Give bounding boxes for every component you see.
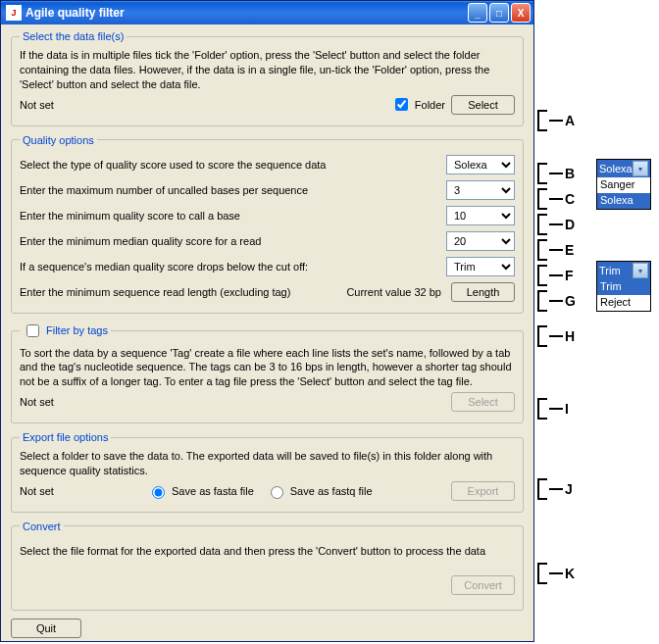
radio-fasta-label[interactable]: Save as fasta file	[147, 483, 254, 499]
filter-tags-status: Not set	[20, 396, 451, 408]
minimize-button[interactable]: _	[468, 3, 487, 23]
cutoff-select[interactable]: Trim	[446, 257, 515, 276]
filter-tags-checkbox[interactable]	[26, 324, 39, 337]
filter-tags-checkbox-label[interactable]: Filter by tags	[23, 322, 108, 340]
cutoff-label: If a sequence's median quality score dro…	[20, 261, 446, 272]
length-label: Enter the minimum sequence read length (…	[20, 286, 346, 298]
minq-select[interactable]: 10	[446, 206, 515, 225]
quality-type-select[interactable]: Solexa	[446, 155, 515, 174]
annotation-H: H	[537, 325, 575, 347]
annotation-A: A	[537, 110, 575, 131]
app-icon: J	[6, 5, 22, 21]
uncalled-select[interactable]: 3	[446, 180, 515, 200]
filter-tags-group: Filter by tags To sort the data by a seq…	[11, 322, 524, 424]
length-button[interactable]: Length	[451, 282, 515, 302]
close-button[interactable]: X	[511, 3, 531, 23]
convert-desc: Select the file format for the exported …	[20, 544, 515, 559]
chevron-down-icon: ▾	[633, 161, 648, 176]
annotation-J: J	[537, 478, 573, 500]
radio-fasta[interactable]	[152, 486, 165, 499]
filter-tags-legend: Filter by tags	[20, 322, 111, 340]
popup-type-option-solexa[interactable]: Solexa	[597, 193, 650, 209]
export-desc: Select a folder to save the data to. The…	[20, 449, 515, 478]
annotation-I: I	[537, 398, 569, 420]
select-data-button[interactable]: Select	[451, 95, 515, 115]
annotation-G: G	[537, 290, 576, 312]
median-label: Enter the minimum median quality score f…	[20, 235, 446, 247]
annotation-F: F	[537, 265, 574, 286]
annotation-D: D	[537, 214, 575, 235]
export-legend: Export file options	[20, 431, 111, 443]
select-data-desc: If the data is in multiple files tick th…	[20, 48, 515, 92]
annotation-K: K	[537, 563, 575, 584]
radio-fastq[interactable]	[271, 486, 283, 499]
select-data-status: Not set	[20, 99, 391, 111]
export-status: Not set	[20, 485, 147, 497]
export-group: Export file options Select a folder to s…	[11, 431, 524, 513]
titlebar: J Agile quality filter _ □ X	[1, 1, 533, 25]
window-title: Agile quality filter	[25, 6, 466, 20]
annotation-E: E	[537, 239, 574, 261]
length-current: Current value 32 bp	[346, 286, 441, 298]
quality-type-dropdown-popup: Solexa▾ Sanger Solexa	[596, 159, 651, 210]
radio-fastq-label[interactable]: Save as fastq file	[266, 483, 373, 499]
popup-type-selected[interactable]: Solexa▾	[597, 160, 650, 177]
convert-button: Convert	[451, 575, 515, 595]
chevron-down-icon: ▾	[633, 263, 648, 278]
quality-options-group: Quality options Select the type of quali…	[11, 134, 524, 314]
annotation-C: C	[537, 188, 575, 210]
convert-legend: Convert	[20, 520, 64, 532]
annotation-B: B	[537, 163, 575, 184]
filter-tags-select-button: Select	[451, 392, 515, 412]
minq-label: Enter the minimum quality score to call …	[20, 210, 446, 222]
quality-type-label: Select the type of quality score used to…	[20, 159, 446, 171]
quality-options-legend: Quality options	[20, 134, 97, 146]
select-data-legend: Select the data file(s)	[20, 30, 127, 42]
uncalled-label: Enter the maximum number of uncalled bas…	[20, 184, 446, 196]
quit-button[interactable]: Quit	[11, 619, 81, 638]
popup-cutoff-option-reject[interactable]: Reject	[597, 295, 650, 311]
median-select[interactable]: 20	[446, 231, 515, 251]
maximize-button[interactable]: □	[489, 3, 509, 23]
popup-cutoff-selected[interactable]: Trim▾	[597, 262, 650, 279]
folder-checkbox[interactable]	[395, 98, 408, 111]
filter-tags-desc: To sort the data by a sequence 'Tag' cre…	[20, 346, 515, 390]
export-button: Export	[451, 481, 515, 501]
popup-type-option-sanger[interactable]: Sanger	[597, 177, 650, 193]
app-window: J Agile quality filter _ □ X Select the …	[0, 0, 534, 642]
popup-cutoff-option-trim[interactable]: Trim	[597, 279, 650, 295]
convert-group: Convert Select the file format for the e…	[11, 520, 524, 611]
select-data-group: Select the data file(s) If the data is i…	[11, 30, 524, 126]
folder-checkbox-label[interactable]: Folder	[391, 95, 445, 114]
cutoff-dropdown-popup: Trim▾ Trim Reject	[596, 261, 651, 312]
